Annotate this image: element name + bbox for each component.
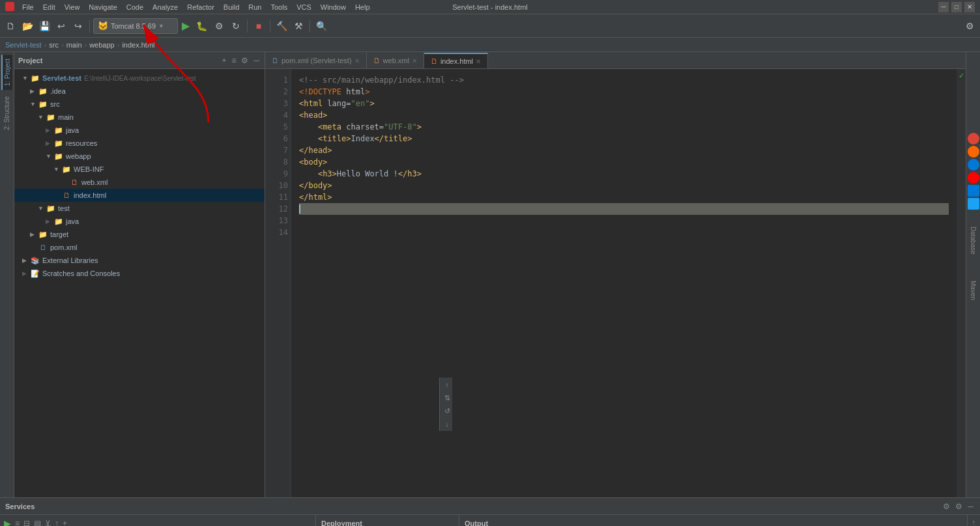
srv-up-btn[interactable]: ↑	[968, 516, 980, 526]
menu-navigate[interactable]: Navigate	[85, 2, 121, 12]
breadcrumb-root[interactable]: Servlet-test	[5, 41, 42, 49]
tree-scratches[interactable]: ▶ 📝 Scratches and Consoles	[14, 267, 265, 280]
save-button[interactable]: 💾	[36, 18, 52, 35]
srv-deploy-btn[interactable]: ↑	[53, 518, 60, 527]
close-button[interactable]: ✕	[964, 2, 975, 12]
tab-pomxml[interactable]: 🗋 pom.xml (Servlet-test) ✕	[265, 53, 367, 68]
code-line-14[interactable]	[299, 203, 949, 215]
tab-indexhtml-icon: 🗋	[431, 57, 438, 65]
tab-webxml[interactable]: 🗋 web.xml ✕	[367, 53, 424, 68]
rebuild-button[interactable]: ⚒	[291, 18, 306, 35]
code-editor[interactable]: <!-- src/main/webapp/index.html --> <!DO…	[291, 69, 957, 497]
srv-collapse-btn[interactable]: ⊟	[22, 518, 31, 527]
tree-test[interactable]: ▼ 📁 test	[14, 202, 265, 215]
minimize-button[interactable]: ─	[938, 2, 949, 12]
add-item-button[interactable]: +	[220, 55, 227, 66]
tree-root-label: Servlet-test	[42, 74, 81, 82]
new-button[interactable]: 🗋	[3, 18, 18, 35]
breadcrumb-file[interactable]: index.html	[122, 41, 154, 49]
srv-run-btn[interactable]: ▶	[3, 517, 12, 527]
tab-webxml-close[interactable]: ✕	[412, 57, 417, 64]
code-line-6: <title>Index</title>	[299, 133, 949, 145]
menu-analyze[interactable]: Analyze	[149, 2, 182, 12]
opera-icon[interactable]	[968, 172, 979, 184]
pomxml-icon: 🗋	[38, 242, 48, 253]
menu-build[interactable]: Build	[220, 2, 243, 12]
sidebar-tab-project[interactable]: 1: Project	[1, 55, 12, 90]
settings-button[interactable]: ⚙	[962, 18, 977, 35]
services-config-btn[interactable]: ⚙	[954, 501, 964, 512]
maven-tab[interactable]: Maven	[968, 278, 978, 303]
profile-button[interactable]: ↻	[228, 18, 244, 35]
run-config-selector[interactable]: 🐱 Tomcat 8.5.69 ▼	[93, 18, 178, 34]
tree-testjava-label: java	[66, 217, 79, 225]
breadcrumb-main[interactable]: main	[66, 41, 82, 49]
redo-button[interactable]: ↪	[70, 18, 86, 35]
menu-file[interactable]: File	[18, 2, 38, 12]
undo-button[interactable]: ↩	[53, 18, 69, 35]
coverage-button[interactable]: ⚙	[211, 18, 227, 35]
menu-tools[interactable]: Tools	[267, 2, 291, 12]
panel-minimize-button[interactable]: ─	[252, 55, 261, 66]
deploy-down-btn[interactable]: ↓	[441, 418, 453, 430]
tree-target[interactable]: ▶ 📁 target	[14, 228, 265, 241]
breadcrumb-src[interactable]: src	[49, 41, 59, 49]
tree-webinf[interactable]: ▼ 📁 WEB-INF	[14, 163, 265, 176]
open-button[interactable]: 📂	[20, 18, 35, 35]
tab-webxml-label: web.xml	[383, 57, 409, 64]
tree-test-java[interactable]: ▶ 📁 java	[14, 215, 265, 228]
menu-view[interactable]: View	[61, 2, 84, 12]
tree-src[interactable]: ▼ 📁 src	[14, 98, 265, 111]
deployment-side-btns: ↑ ⇅ ↺ ↓	[439, 378, 452, 431]
menu-window[interactable]: Window	[317, 2, 350, 12]
tree-webapp[interactable]: ▼ 📁 webapp	[14, 150, 265, 163]
tab-pomxml-close[interactable]: ✕	[354, 57, 360, 64]
tree-webxml[interactable]: ▶ 🗋 web.xml	[14, 176, 265, 189]
build-project-button[interactable]: 🔨	[274, 18, 289, 35]
maximize-button[interactable]: □	[951, 2, 962, 12]
gutter-right: ✓	[957, 69, 966, 497]
services-settings-btn[interactable]: ⚙	[942, 501, 951, 512]
menu-edit[interactable]: Edit	[39, 2, 59, 12]
tree-root[interactable]: ▼ 📁 Servlet-test E:\IntelliJ-IDEA-worksp…	[14, 72, 265, 85]
services-minimize-btn[interactable]: ─	[966, 501, 975, 512]
collapse-all-button[interactable]: ≡	[230, 55, 237, 66]
tree-pomxml[interactable]: ▶ 🗋 pom.xml	[14, 241, 265, 254]
debug-button[interactable]: 🐛	[194, 20, 210, 33]
tree-indexhtml[interactable]: ▶ 🗋 index.html	[14, 189, 265, 202]
menu-vcs[interactable]: VCS	[293, 2, 315, 12]
srv-filter-btn[interactable]: ⊻	[44, 518, 52, 527]
tab-indexhtml-close[interactable]: ✕	[476, 58, 481, 65]
srv-expand-all-btn[interactable]: ≡	[14, 518, 21, 527]
tab-indexhtml[interactable]: 🗋 index.html ✕	[424, 53, 488, 68]
menu-run[interactable]: Run	[244, 2, 265, 12]
tree-main[interactable]: ▼ 📁 main	[14, 111, 265, 124]
tree-external[interactable]: ▶ 📚 External Libraries	[14, 254, 265, 267]
menu-code[interactable]: Code	[122, 2, 147, 12]
tree-idea[interactable]: ▶ 📁 .idea	[14, 85, 265, 98]
ie-icon[interactable]	[968, 159, 979, 171]
menu-help[interactable]: Help	[351, 2, 374, 12]
database-tab[interactable]: Database	[968, 224, 978, 257]
deploy-refresh-btn[interactable]: ↺	[441, 405, 453, 417]
deploy-up-btn[interactable]: ↑	[441, 379, 453, 391]
run-button[interactable]: ▶	[179, 18, 192, 33]
firefox-icon[interactable]	[968, 146, 979, 158]
tree-resources[interactable]: ▶ 📁 resources	[14, 137, 265, 150]
chrome-icon[interactable]	[968, 133, 979, 145]
breadcrumb-webapp[interactable]: webapp	[89, 41, 115, 49]
srv-group-btn[interactable]: ▤	[33, 518, 42, 527]
panel-settings-button[interactable]: ⚙	[240, 55, 250, 66]
stop-button[interactable]: ■	[251, 18, 267, 35]
code-line-5: <meta charset="UTF-8">	[299, 121, 949, 133]
edge-icon[interactable]	[968, 185, 979, 197]
browser6-icon[interactable]	[968, 198, 979, 210]
sidebar-tab-structure[interactable]: 2: Structure	[2, 92, 12, 134]
editor-content[interactable]: 1234567 8910111213 14 <!-- src/main/weba…	[265, 69, 966, 497]
tree-root-path: E:\IntelliJ-IDEA-workspace\Servlet-test	[84, 75, 196, 82]
tree-java[interactable]: ▶ 📁 java	[14, 124, 265, 137]
deploy-swap-btn[interactable]: ⇅	[441, 392, 453, 404]
search-everywhere-button[interactable]: 🔍	[313, 18, 329, 35]
menu-refactor[interactable]: Refactor	[183, 2, 218, 12]
srv-add-btn[interactable]: +	[61, 518, 68, 527]
